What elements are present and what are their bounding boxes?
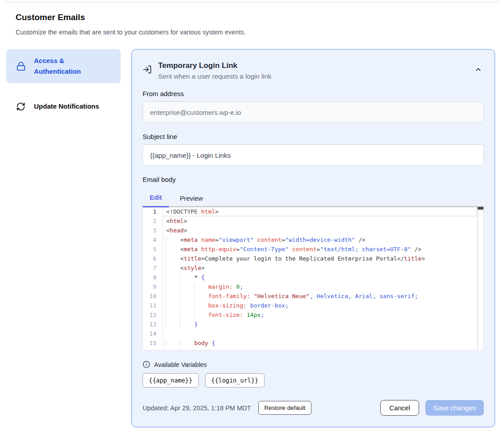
refresh-icon (16, 102, 26, 111)
indent-guide (166, 340, 180, 346)
collapse-button[interactable] (473, 64, 484, 75)
line-content: <html> (163, 216, 477, 226)
line-number: 7 (143, 263, 163, 273)
line-content: margin: 0; (163, 282, 477, 291)
temporary-login-link-panel: Temporary Login Link Sent when a user re… (131, 49, 495, 427)
code-line[interactable]: 5 <meta http-equiv="Content-Type" conten… (143, 244, 477, 254)
restore-default-button[interactable]: Restore default (258, 401, 312, 415)
line-content: box-sizing: border-box; (163, 301, 477, 310)
panel-header: Temporary Login Link Sent when a user re… (143, 61, 484, 80)
tab-preview[interactable]: Preview (172, 190, 210, 207)
indent-guide (180, 274, 194, 281)
code-line[interactable]: 4 <meta name="viewport" content="width=d… (143, 235, 477, 244)
available-variables-header: Available Variables (143, 361, 484, 368)
line-number: 3 (143, 226, 163, 235)
editor-scrollbar[interactable] (477, 207, 483, 350)
line-content: <meta name="viewport" content="width=dev… (163, 235, 477, 244)
email-body-label: Email body (143, 176, 484, 183)
indent-guide (166, 274, 180, 281)
line-number: 12 (143, 310, 163, 320)
line-content: font-size: 14px; (163, 310, 477, 320)
email-body-tabs: Edit Preview (143, 190, 484, 207)
indent-guide (194, 302, 208, 309)
indent-guide (166, 302, 180, 309)
indent-guide (166, 293, 180, 299)
indent-guide (166, 349, 180, 350)
card-above-edge (4, 0, 500, 2)
indent-guide (180, 349, 194, 350)
code-lines: 1<!DOCTYPE html>2<html>3<head>4 <meta na… (143, 207, 477, 350)
page-title: Customer Emails (16, 13, 489, 22)
available-variables-label: Available Variables (154, 361, 207, 368)
line-number: 4 (143, 235, 163, 244)
indent-guide (194, 283, 208, 290)
code-line[interactable]: 11 box-sizing: border-box; (143, 301, 477, 310)
line-number: 13 (143, 320, 163, 329)
chevron-up-icon (475, 66, 482, 73)
from-address-input[interactable] (143, 101, 484, 123)
indent-guide (194, 349, 208, 350)
line-content: <head> (163, 226, 477, 235)
gutter-divider (163, 207, 163, 350)
save-changes-button[interactable]: Save changes (425, 400, 484, 416)
subject-line-input[interactable] (143, 144, 484, 166)
code-line[interactable]: 1<!DOCTYPE html> (143, 207, 477, 216)
lock-icon (16, 61, 26, 71)
line-number: 10 (143, 291, 163, 301)
line-number: 6 (143, 254, 163, 263)
indent-guide (166, 265, 180, 271)
indent-guide (180, 302, 194, 309)
code-line[interactable]: 15 body { (143, 338, 477, 348)
code-line[interactable]: 13 } (143, 320, 477, 329)
code-line[interactable]: 12 font-size: 14px; (143, 310, 477, 320)
page-header: Customer Emails Customize the emails tha… (16, 13, 489, 36)
line-content: <meta http-equiv="Content-Type" content=… (163, 244, 477, 254)
line-number: 9 (143, 282, 163, 291)
sidebar-item-access-authentication[interactable]: Access & Authentication (6, 49, 121, 83)
indent-guide (166, 321, 180, 328)
line-number: 11 (143, 301, 163, 310)
line-content: font-family: "Helvetica Neue", Helvetica… (163, 291, 477, 301)
code-line[interactable]: 6 <title>Complete your login to the Repl… (143, 254, 477, 263)
line-number: 14 (143, 329, 163, 338)
line-number: 2 (143, 216, 163, 226)
cancel-button[interactable]: Cancel (380, 400, 419, 416)
indent-guide (180, 293, 194, 299)
sidebar-item-label: Access & Authentication (34, 55, 97, 77)
code-line[interactable]: 9 margin: 0; (143, 282, 477, 291)
line-content: * { (163, 273, 477, 282)
code-line[interactable]: 14 (143, 329, 477, 338)
sidebar-item-update-notifications[interactable]: Update Notifications (6, 95, 121, 118)
code-line[interactable]: 8 * { (143, 273, 477, 282)
code-line[interactable]: 7 <style> (143, 263, 477, 273)
line-content: body { (163, 338, 477, 348)
variable-chip-login-url[interactable]: {{login_url}} (205, 373, 265, 387)
line-content: <title>Complete your login to the Replic… (163, 254, 477, 263)
login-icon (143, 65, 152, 74)
panel-title: Temporary Login Link (158, 61, 466, 70)
line-number: 15 (143, 338, 163, 348)
code-line[interactable]: 2<html> (143, 216, 477, 226)
indent-guide (180, 312, 194, 318)
line-number: 1 (143, 207, 163, 216)
code-line[interactable]: 16 background-color: #f9f9f9; (143, 348, 477, 350)
code-line[interactable]: 10 font-family: "Helvetica Neue", Helvet… (143, 291, 477, 301)
email-types-sidebar: Access & Authentication Update Notificat… (6, 49, 121, 118)
tab-edit[interactable]: Edit (143, 190, 169, 207)
indent-guide (194, 312, 208, 318)
line-number: 5 (143, 244, 163, 254)
indent-guide (166, 255, 180, 262)
variable-chip-app-name[interactable]: {{app_name}} (143, 373, 199, 387)
email-body-code-editor[interactable]: 1<!DOCTYPE html>2<html>3<head>4 <meta na… (143, 206, 484, 350)
line-content: <style> (163, 263, 477, 273)
line-content: <!DOCTYPE html> (163, 207, 477, 216)
code-line[interactable]: 3<head> (143, 226, 477, 235)
line-content: } (163, 320, 477, 329)
panel-subtitle: Sent when a user requests a login link (158, 72, 466, 80)
line-content (163, 329, 477, 338)
info-icon (143, 361, 150, 368)
sidebar-item-label: Update Notifications (34, 101, 99, 112)
from-address-label: From address (143, 90, 484, 97)
variable-chips: {{app_name}} {{login_url}} (143, 373, 484, 387)
indent-guide (166, 283, 180, 290)
